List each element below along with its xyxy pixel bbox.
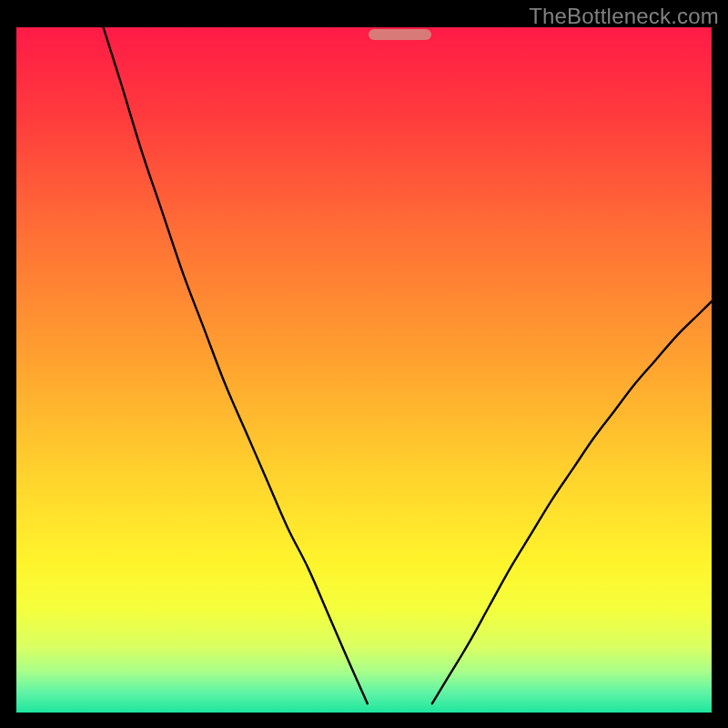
chart-stage: TheBottleneck.com <box>0 0 728 728</box>
watermark-text: TheBottleneck.com <box>529 4 719 29</box>
curve-right-branch <box>432 301 712 703</box>
bottleneck-curve <box>16 27 712 713</box>
optimum-marker <box>369 29 431 40</box>
plot-area <box>16 27 712 713</box>
curve-left-branch <box>104 27 368 703</box>
